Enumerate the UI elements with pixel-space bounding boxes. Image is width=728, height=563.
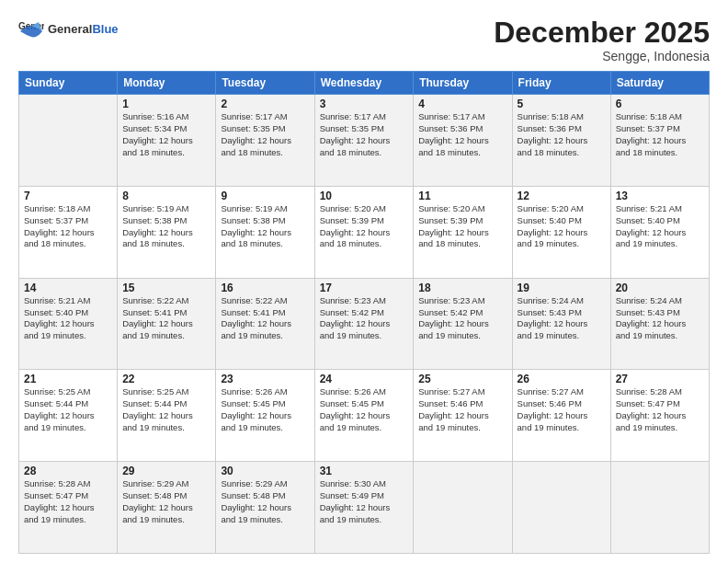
calendar-cell: 16Sunrise: 5:22 AM Sunset: 5:41 PM Dayli… — [216, 278, 314, 370]
calendar-cell: 24Sunrise: 5:26 AM Sunset: 5:45 PM Dayli… — [314, 370, 414, 462]
day-info: Sunrise: 5:16 AM Sunset: 5:34 PM Dayligh… — [122, 111, 210, 158]
day-number: 5 — [518, 98, 606, 110]
day-number: 17 — [320, 282, 409, 294]
calendar-header-row: SundayMondayTuesdayWednesdayThursdayFrid… — [19, 72, 710, 95]
day-info: Sunrise: 5:25 AM Sunset: 5:44 PM Dayligh… — [122, 386, 210, 433]
calendar-cell: 22Sunrise: 5:25 AM Sunset: 5:44 PM Dayli… — [118, 370, 216, 462]
calendar-cell: 28Sunrise: 5:28 AM Sunset: 5:47 PM Dayli… — [19, 462, 118, 554]
day-number: 22 — [122, 373, 210, 385]
day-info: Sunrise: 5:19 AM Sunset: 5:38 PM Dayligh… — [122, 203, 210, 250]
calendar-cell: 30Sunrise: 5:29 AM Sunset: 5:48 PM Dayli… — [216, 462, 314, 554]
day-number: 2 — [221, 98, 309, 110]
calendar-cell — [19, 95, 118, 187]
day-info: Sunrise: 5:17 AM Sunset: 5:35 PM Dayligh… — [221, 111, 309, 158]
day-number: 18 — [418, 282, 506, 294]
calendar-week-row: 1Sunrise: 5:16 AM Sunset: 5:34 PM Daylig… — [19, 95, 710, 187]
day-number: 14 — [24, 282, 112, 294]
day-number: 8 — [122, 190, 210, 202]
day-info: Sunrise: 5:29 AM Sunset: 5:48 PM Dayligh… — [221, 478, 309, 525]
month-title: December 2025 — [494, 17, 710, 49]
calendar-cell: 31Sunrise: 5:30 AM Sunset: 5:49 PM Dayli… — [314, 462, 414, 554]
day-info: Sunrise: 5:22 AM Sunset: 5:41 PM Dayligh… — [122, 295, 210, 342]
calendar-cell: 26Sunrise: 5:27 AM Sunset: 5:46 PM Dayli… — [512, 370, 610, 462]
calendar-cell: 7Sunrise: 5:18 AM Sunset: 5:37 PM Daylig… — [19, 186, 118, 278]
day-info: Sunrise: 5:18 AM Sunset: 5:36 PM Dayligh… — [518, 111, 606, 158]
calendar-cell: 21Sunrise: 5:25 AM Sunset: 5:44 PM Dayli… — [19, 370, 118, 462]
day-info: Sunrise: 5:23 AM Sunset: 5:42 PM Dayligh… — [320, 295, 409, 342]
calendar-cell: 5Sunrise: 5:18 AM Sunset: 5:36 PM Daylig… — [512, 95, 610, 187]
day-number: 30 — [221, 465, 309, 477]
calendar-cell: 11Sunrise: 5:20 AM Sunset: 5:39 PM Dayli… — [414, 186, 512, 278]
day-number: 7 — [24, 190, 112, 202]
day-number: 12 — [518, 190, 606, 202]
day-info: Sunrise: 5:25 AM Sunset: 5:44 PM Dayligh… — [24, 386, 112, 433]
subtitle: Sengge, Indonesia — [494, 49, 710, 63]
day-info: Sunrise: 5:20 AM Sunset: 5:40 PM Dayligh… — [518, 203, 606, 250]
calendar-week-row: 7Sunrise: 5:18 AM Sunset: 5:37 PM Daylig… — [19, 186, 710, 278]
day-info: Sunrise: 5:19 AM Sunset: 5:38 PM Dayligh… — [221, 203, 309, 250]
day-info: Sunrise: 5:28 AM Sunset: 5:47 PM Dayligh… — [24, 478, 112, 525]
day-number: 4 — [418, 98, 506, 110]
calendar-cell: 27Sunrise: 5:28 AM Sunset: 5:47 PM Dayli… — [610, 370, 709, 462]
day-number: 3 — [320, 98, 409, 110]
calendar-week-row: 14Sunrise: 5:21 AM Sunset: 5:40 PM Dayli… — [19, 278, 710, 370]
calendar-cell: 10Sunrise: 5:20 AM Sunset: 5:39 PM Dayli… — [314, 186, 414, 278]
calendar-cell: 15Sunrise: 5:22 AM Sunset: 5:41 PM Dayli… — [118, 278, 216, 370]
day-number: 19 — [518, 282, 606, 294]
day-number: 20 — [616, 282, 704, 294]
calendar-cell: 12Sunrise: 5:20 AM Sunset: 5:40 PM Dayli… — [512, 186, 610, 278]
calendar-cell: 8Sunrise: 5:19 AM Sunset: 5:38 PM Daylig… — [118, 186, 216, 278]
day-info: Sunrise: 5:21 AM Sunset: 5:40 PM Dayligh… — [24, 295, 112, 342]
day-info: Sunrise: 5:18 AM Sunset: 5:37 PM Dayligh… — [616, 111, 704, 158]
day-number: 29 — [122, 465, 210, 477]
calendar-cell: 3Sunrise: 5:17 AM Sunset: 5:35 PM Daylig… — [314, 95, 414, 187]
logo: General GeneralBlue — [18, 17, 119, 42]
calendar-cell: 17Sunrise: 5:23 AM Sunset: 5:42 PM Dayli… — [314, 278, 414, 370]
day-info: Sunrise: 5:21 AM Sunset: 5:40 PM Dayligh… — [616, 203, 704, 250]
day-info: Sunrise: 5:30 AM Sunset: 5:49 PM Dayligh… — [320, 478, 409, 525]
calendar-week-row: 28Sunrise: 5:28 AM Sunset: 5:47 PM Dayli… — [19, 462, 710, 554]
day-info: Sunrise: 5:22 AM Sunset: 5:41 PM Dayligh… — [221, 295, 309, 342]
calendar-cell — [414, 462, 512, 554]
column-header-saturday: Saturday — [610, 72, 709, 95]
calendar-cell: 4Sunrise: 5:17 AM Sunset: 5:36 PM Daylig… — [414, 95, 512, 187]
column-header-tuesday: Tuesday — [216, 72, 314, 95]
day-number: 15 — [122, 282, 210, 294]
calendar-cell: 2Sunrise: 5:17 AM Sunset: 5:35 PM Daylig… — [216, 95, 314, 187]
day-info: Sunrise: 5:20 AM Sunset: 5:39 PM Dayligh… — [320, 203, 409, 250]
calendar-cell: 23Sunrise: 5:26 AM Sunset: 5:45 PM Dayli… — [216, 370, 314, 462]
logo-icon: General — [18, 17, 44, 42]
logo-blue: Blue — [92, 22, 118, 36]
calendar-cell — [610, 462, 709, 554]
day-number: 16 — [221, 282, 309, 294]
day-number: 23 — [221, 373, 309, 385]
day-info: Sunrise: 5:24 AM Sunset: 5:43 PM Dayligh… — [616, 295, 704, 342]
day-number: 21 — [24, 373, 112, 385]
calendar-cell: 18Sunrise: 5:23 AM Sunset: 5:42 PM Dayli… — [414, 278, 512, 370]
column-header-friday: Friday — [512, 72, 610, 95]
day-info: Sunrise: 5:26 AM Sunset: 5:45 PM Dayligh… — [320, 386, 409, 433]
title-block: December 2025 Sengge, Indonesia — [494, 17, 710, 63]
day-number: 1 — [122, 98, 210, 110]
day-info: Sunrise: 5:17 AM Sunset: 5:35 PM Dayligh… — [320, 111, 409, 158]
day-info: Sunrise: 5:27 AM Sunset: 5:46 PM Dayligh… — [418, 386, 506, 433]
calendar-cell: 6Sunrise: 5:18 AM Sunset: 5:37 PM Daylig… — [610, 95, 709, 187]
day-number: 10 — [320, 190, 409, 202]
calendar-cell: 13Sunrise: 5:21 AM Sunset: 5:40 PM Dayli… — [610, 186, 709, 278]
day-info: Sunrise: 5:23 AM Sunset: 5:42 PM Dayligh… — [418, 295, 506, 342]
day-info: Sunrise: 5:17 AM Sunset: 5:36 PM Dayligh… — [418, 111, 506, 158]
day-info: Sunrise: 5:27 AM Sunset: 5:46 PM Dayligh… — [518, 386, 606, 433]
column-header-monday: Monday — [118, 72, 216, 95]
day-info: Sunrise: 5:18 AM Sunset: 5:37 PM Dayligh… — [24, 203, 112, 250]
day-info: Sunrise: 5:24 AM Sunset: 5:43 PM Dayligh… — [518, 295, 606, 342]
day-number: 26 — [518, 373, 606, 385]
calendar-cell: 9Sunrise: 5:19 AM Sunset: 5:38 PM Daylig… — [216, 186, 314, 278]
logo-general: General — [48, 22, 92, 36]
calendar-cell: 19Sunrise: 5:24 AM Sunset: 5:43 PM Dayli… — [512, 278, 610, 370]
column-header-wednesday: Wednesday — [314, 72, 414, 95]
calendar-cell — [512, 462, 610, 554]
day-number: 13 — [616, 190, 704, 202]
day-number: 31 — [320, 465, 409, 477]
day-number: 27 — [616, 373, 704, 385]
day-number: 11 — [418, 190, 506, 202]
